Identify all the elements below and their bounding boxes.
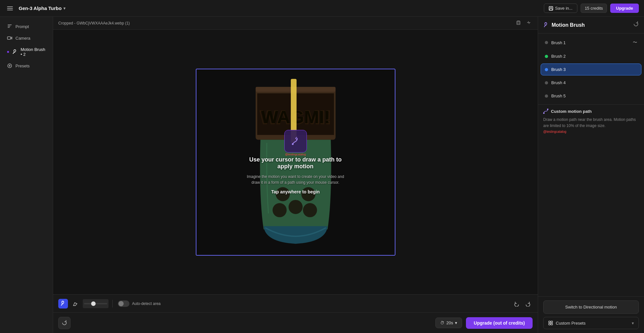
svg-point-15 bbox=[272, 203, 287, 217]
svg-rect-25 bbox=[551, 323, 553, 325]
menu-icon[interactable] bbox=[5, 4, 15, 13]
motion-path-icon bbox=[543, 109, 548, 114]
svg-rect-24 bbox=[549, 323, 550, 325]
brush-item-5[interactable]: Brush 5 bbox=[541, 90, 641, 102]
brush-1-wave-icon: 〜 bbox=[633, 40, 637, 45]
camera-icon bbox=[7, 35, 12, 41]
brush-2-color-dot bbox=[545, 55, 548, 58]
redo-button[interactable] bbox=[523, 299, 533, 309]
svg-point-21 bbox=[547, 109, 548, 110]
panel-title: Motion Brush bbox=[543, 22, 585, 28]
credits-badge: 15 credits bbox=[581, 4, 607, 13]
upgrade-credits-button[interactable]: Upgrade (out of credits) bbox=[466, 317, 533, 329]
topbar-left: Gen-3 Alpha Turbo ▾ bbox=[5, 4, 65, 13]
presets-btn-icon bbox=[548, 320, 553, 326]
svg-rect-18 bbox=[291, 79, 297, 143]
canvas-actions bbox=[515, 19, 533, 27]
canvas-illustration: WAGMI! WAGMI! bbox=[196, 69, 395, 255]
canvas-header: Cropped - GWbCjVWXAAAeJk4.webp (1) bbox=[53, 17, 538, 30]
auto-detect-toggle[interactable] bbox=[118, 300, 129, 307]
directional-motion-button[interactable]: Switch to Directional motion bbox=[543, 300, 639, 314]
motion-path-header: Custom motion path bbox=[543, 109, 639, 114]
panel-reset-button[interactable] bbox=[633, 21, 639, 29]
svg-rect-22 bbox=[549, 321, 550, 323]
collapse-canvas-button[interactable] bbox=[525, 19, 533, 27]
main-layout: Prompt Camera Motion Brush • 2 Presets bbox=[0, 17, 644, 333]
project-name[interactable]: Gen-3 Alpha Turbo ▾ bbox=[19, 5, 65, 11]
motion-path-watermark: @testingcatalog bbox=[543, 130, 639, 133]
eraser-tool-button[interactable] bbox=[71, 299, 80, 309]
svg-point-17 bbox=[303, 203, 317, 217]
topbar-right: Save in... 15 credits Upgrade bbox=[544, 4, 639, 13]
custom-presets-button[interactable]: Custom Presets ▾ bbox=[543, 317, 639, 329]
presets-chevron-icon: ▾ bbox=[632, 321, 634, 326]
right-panel: Motion Brush Brush 1 〜 Brush 2 bbox=[538, 17, 644, 333]
brush-size-slider[interactable] bbox=[83, 299, 109, 308]
prompt-icon bbox=[7, 24, 12, 29]
motion-brush-label: Motion Brush • 2 bbox=[21, 47, 46, 57]
brush-item-4[interactable]: Brush 4 bbox=[541, 77, 641, 89]
panel-bottom: Switch to Directional motion Custom Pres… bbox=[538, 296, 644, 333]
delete-canvas-button[interactable] bbox=[515, 19, 522, 27]
svg-rect-0 bbox=[7, 6, 13, 7]
duration-icon: ⏱ bbox=[440, 320, 444, 325]
motion-path-section: Custom motion path Draw a motion path ne… bbox=[538, 104, 644, 137]
canvas-area[interactable]: WAGMI! WAGMI! bbox=[53, 30, 538, 294]
bottom-toolbar: Auto-detect area bbox=[53, 294, 538, 312]
toolbar-divider bbox=[112, 300, 113, 308]
brush-4-color-dot bbox=[545, 81, 548, 84]
svg-point-13 bbox=[276, 187, 290, 201]
svg-point-14 bbox=[301, 187, 315, 201]
brush-3-color-dot bbox=[545, 68, 548, 71]
canvas-wrapper[interactable]: WAGMI! WAGMI! bbox=[196, 69, 395, 256]
brush-1-color-dot bbox=[545, 41, 548, 44]
svg-rect-4 bbox=[7, 37, 11, 39]
sidebar-item-motion-brush[interactable]: Motion Brush • 2 bbox=[2, 44, 51, 60]
upgrade-button[interactable]: Upgrade bbox=[610, 4, 639, 13]
motion-brush-icon bbox=[12, 49, 17, 54]
presets-icon bbox=[7, 63, 12, 68]
topbar: Gen-3 Alpha Turbo ▾ Save in... 15 credit… bbox=[0, 0, 644, 17]
active-indicator bbox=[7, 51, 9, 53]
undo-redo-group bbox=[512, 299, 533, 309]
sidebar-item-presets[interactable]: Presets bbox=[2, 60, 51, 72]
svg-rect-6 bbox=[517, 21, 520, 24]
project-chevron-icon: ▾ bbox=[63, 6, 65, 11]
svg-rect-23 bbox=[551, 321, 553, 323]
brush-list: Brush 1 〜 Brush 2 Brush 3 Brush 4 Brush … bbox=[538, 34, 644, 104]
refresh-icon-button[interactable] bbox=[58, 317, 71, 329]
save-button[interactable]: Save in... bbox=[544, 4, 577, 13]
canvas-filename: Cropped - GWbCjVWXAAAeJk4.webp (1) bbox=[58, 21, 130, 25]
svg-point-16 bbox=[289, 200, 303, 214]
auto-detect-toggle-row: Auto-detect area bbox=[118, 300, 161, 307]
center-panel: Cropped - GWbCjVWXAAAeJk4.webp (1) bbox=[53, 17, 538, 333]
duration-chevron-icon: ▾ bbox=[455, 320, 457, 325]
sidebar-item-prompt[interactable]: Prompt bbox=[2, 21, 51, 32]
undo-button[interactable] bbox=[512, 299, 522, 309]
brush-item-3[interactable]: Brush 3 bbox=[541, 64, 641, 75]
generate-bar: ⏱ 20s ▾ Upgrade (out of credits) bbox=[53, 312, 538, 333]
svg-rect-1 bbox=[7, 8, 13, 9]
svg-rect-2 bbox=[7, 10, 13, 10]
panel-header: Motion Brush bbox=[538, 17, 644, 34]
brush-item-2[interactable]: Brush 2 bbox=[541, 50, 641, 62]
svg-point-20 bbox=[544, 113, 545, 114]
brush-5-color-dot bbox=[545, 94, 548, 98]
sidebar: Prompt Camera Motion Brush • 2 Presets bbox=[0, 17, 53, 333]
duration-button[interactable]: ⏱ 20s ▾ bbox=[435, 318, 462, 328]
sidebar-item-camera[interactable]: Camera bbox=[2, 32, 51, 44]
auto-detect-label: Auto-detect area bbox=[132, 301, 161, 306]
motion-brush-panel-icon bbox=[543, 22, 549, 28]
brush-item-1[interactable]: Brush 1 〜 bbox=[541, 36, 641, 49]
brush-tool-button[interactable] bbox=[58, 299, 68, 309]
